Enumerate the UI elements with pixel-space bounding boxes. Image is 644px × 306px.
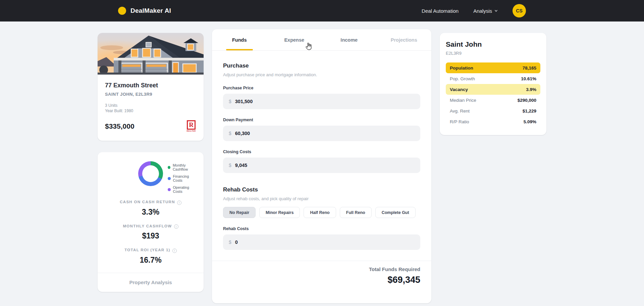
info-icon[interactable]: i xyxy=(172,249,177,253)
metric-label: TOTAL ROI (YEAR 1) xyxy=(124,248,170,252)
stat-value: $1,229 xyxy=(523,108,536,114)
rehab-costs-label: Rehab Costs xyxy=(223,226,420,231)
info-icon[interactable]: i xyxy=(177,201,181,205)
legend-item: Monthly Cashflow xyxy=(168,163,198,171)
stat-value: 78,165 xyxy=(523,65,536,71)
stat-label: Avg. Rent xyxy=(450,108,470,114)
rehab-option-full-reno[interactable]: Full Reno xyxy=(340,207,372,218)
stat-row-avg-rent: Avg. Rent $1,229 xyxy=(446,105,540,116)
purchase-price-input[interactable]: $ 301,500 xyxy=(223,94,420,109)
legend-dot xyxy=(168,188,171,191)
stat-label: Median Price xyxy=(450,98,476,103)
chevron-down-icon xyxy=(494,9,498,12)
donut-hole xyxy=(142,165,159,182)
property-price: $335,000 xyxy=(105,122,135,130)
stat-value: 5.09% xyxy=(524,119,536,124)
metric-value: 16.7% xyxy=(103,256,198,265)
market-postal-code: E2L3R9 xyxy=(446,51,540,56)
legend-label: Monthly Cashflow xyxy=(173,163,198,171)
metric-cash-on-cash: CASH ON CASH RETURNi 3.3% xyxy=(103,200,198,217)
property-address: 77 Exmouth Street xyxy=(105,82,196,89)
legend-dot xyxy=(168,166,170,169)
active-tab-underline xyxy=(226,49,253,50)
cost-breakdown-chart: Monthly Cashflow Financing Costs Operati… xyxy=(103,161,198,186)
total-funds-label: Total Funds Required xyxy=(223,266,420,272)
nav-item-analysis-label: Analysis xyxy=(473,8,492,14)
tab-expense[interactable]: Expense xyxy=(267,29,322,50)
property-year-built: Year Built: 1980 xyxy=(105,108,196,114)
dollar-prefix: $ xyxy=(229,99,231,104)
chart-legend: Monthly Cashflow Financing Costs Operati… xyxy=(168,163,198,193)
info-icon[interactable]: i xyxy=(174,224,178,229)
tab-funds[interactable]: Funds xyxy=(212,29,267,50)
property-units: 3 Units xyxy=(105,103,196,108)
nav-item-analysis[interactable]: Analysis xyxy=(473,8,498,14)
stat-label: Population xyxy=(450,65,473,71)
stat-row-population: Population 78,165 xyxy=(446,62,540,73)
metric-value: $193 xyxy=(103,231,198,241)
rehab-option-minor-repairs[interactable]: Minor Repairs xyxy=(259,207,300,218)
nav-item-deal-automation[interactable]: Deal Automation xyxy=(422,8,459,14)
tab-label: Income xyxy=(340,37,358,43)
stat-row-vacancy: Vacancy 3.9% xyxy=(446,84,540,95)
dollar-prefix: $ xyxy=(229,163,231,168)
property-analysis-link[interactable]: Property Analysis xyxy=(103,273,198,285)
analysis-summary-card: Monthly Cashflow Financing Costs Operati… xyxy=(98,152,204,292)
rehab-section-title: Rehab Costs xyxy=(223,186,420,193)
metric-value: 3.3% xyxy=(103,208,198,217)
legend-item: Financing Costs xyxy=(168,174,198,182)
metric-monthly-cashflow: MONTHLY CASHFLOWi $193 xyxy=(103,224,198,241)
rehab-costs-input[interactable]: $ 0 xyxy=(223,234,420,250)
tab-label: Expense xyxy=(284,37,304,43)
property-photo xyxy=(98,33,204,75)
tab-bar: Funds Expense Income Projections xyxy=(212,29,431,51)
rehab-costs-value: 0 xyxy=(235,239,238,245)
closing-costs-input[interactable]: $ 9,045 xyxy=(223,158,420,173)
stat-value: 3.9% xyxy=(526,87,536,92)
rehab-option-half-reno[interactable]: Half Reno xyxy=(304,207,336,218)
donut-chart xyxy=(138,161,163,186)
stat-label: R/P Ratio xyxy=(450,119,469,124)
realtor-logo-icon: R REALTOR xyxy=(186,120,196,132)
down-payment-input[interactable]: $ 60,300 xyxy=(223,126,420,141)
property-city-postal: SAINT JOHN, E2L3R9 xyxy=(105,92,196,97)
stat-row-rp-ratio: R/P Ratio 5.09% xyxy=(446,116,540,127)
legend-label: Operating Costs xyxy=(173,185,198,193)
dollar-prefix: $ xyxy=(229,131,231,136)
rehab-quality-options: No Repair Minor Repairs Half Reno Full R… xyxy=(223,207,420,218)
legend-dot xyxy=(168,177,171,180)
legend-label: Financing Costs xyxy=(173,174,198,182)
metric-label: MONTHLY CASHFLOW xyxy=(123,224,172,228)
property-card: 77 Exmouth Street SAINT JOHN, E2L3R9 3 U… xyxy=(98,33,204,141)
purchase-section-title: Purchase xyxy=(223,62,420,69)
market-city: Saint John xyxy=(446,40,540,48)
stat-row-pop-growth: Pop. Growth 10.61% xyxy=(446,73,540,84)
purchase-price-value: 301,500 xyxy=(235,99,253,104)
user-avatar[interactable]: CS xyxy=(513,4,526,17)
stat-value: $290,000 xyxy=(518,98,536,103)
realtor-logo-caption: REALTOR xyxy=(186,130,196,132)
rehab-section-subtitle: Adjust rehab costs, and pick quality of … xyxy=(223,196,420,201)
metric-total-roi: TOTAL ROI (YEAR 1)i 16.7% xyxy=(103,248,198,265)
rehab-option-no-repair[interactable]: No Repair xyxy=(223,207,256,218)
purchase-section-subtitle: Adjust purchase price and mortgage infor… xyxy=(223,72,420,77)
stat-label: Vacancy xyxy=(450,87,468,92)
brand-logo-icon xyxy=(118,7,126,15)
stat-row-median-price: Median Price $290,000 xyxy=(446,95,540,105)
tab-label: Projections xyxy=(391,37,417,43)
dollar-prefix: $ xyxy=(229,239,231,245)
tab-projections[interactable]: Projections xyxy=(377,29,432,50)
purchase-price-label: Purchase Price xyxy=(223,86,420,90)
closing-costs-label: Closing Costs xyxy=(223,149,420,154)
rehab-option-complete-gut[interactable]: Complete Gut xyxy=(375,207,416,218)
total-funds-value: $69,345 xyxy=(223,275,420,285)
brand[interactable]: DealMaker AI xyxy=(118,7,171,15)
market-stats-card: Saint John E2L3R9 Population 78,165 Pop.… xyxy=(440,33,546,135)
down-payment-value: 60,300 xyxy=(235,131,250,136)
brand-name: DealMaker AI xyxy=(130,7,171,14)
tab-label: Funds xyxy=(232,37,247,43)
legend-item: Operating Costs xyxy=(168,185,198,193)
tab-income[interactable]: Income xyxy=(322,29,377,50)
stat-value: 10.61% xyxy=(521,76,536,81)
closing-costs-value: 9,045 xyxy=(235,163,247,168)
